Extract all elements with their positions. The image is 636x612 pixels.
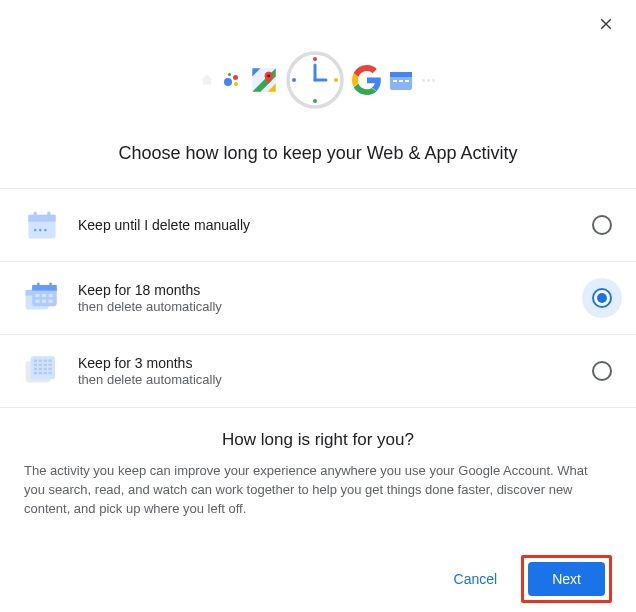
option-subtitle: then delete automatically	[78, 372, 574, 387]
assistant-icon	[222, 70, 242, 90]
svg-rect-29	[49, 282, 51, 287]
close-icon	[597, 15, 615, 33]
option-title: Keep for 18 months	[78, 282, 574, 298]
footer-title: How long is right for you?	[24, 430, 612, 450]
svg-point-5	[334, 78, 338, 82]
hero-section: Choose how long to keep your Web & App A…	[0, 0, 636, 188]
clock-icon	[286, 51, 344, 109]
svg-rect-42	[34, 364, 37, 366]
svg-point-22	[39, 229, 42, 232]
svg-rect-16	[28, 215, 55, 222]
svg-rect-33	[35, 300, 39, 303]
svg-rect-28	[37, 282, 39, 287]
svg-point-7	[292, 78, 296, 82]
svg-rect-43	[39, 364, 42, 366]
option-title: Keep until I delete manually	[78, 217, 574, 233]
svg-rect-38	[34, 360, 37, 362]
radio-button[interactable]	[592, 215, 612, 235]
google-g-icon	[352, 65, 382, 95]
svg-rect-35	[49, 300, 53, 303]
auto-delete-dialog: Choose how long to keep your Web & App A…	[0, 0, 636, 612]
svg-rect-39	[39, 360, 42, 362]
radio-button[interactable]	[592, 288, 612, 308]
svg-rect-11	[390, 72, 412, 77]
svg-rect-51	[39, 372, 42, 374]
svg-rect-45	[49, 364, 52, 366]
svg-point-23	[44, 229, 47, 232]
svg-rect-48	[44, 368, 47, 370]
svg-rect-47	[39, 368, 42, 370]
next-button[interactable]: Next	[528, 562, 605, 596]
svg-rect-32	[49, 294, 53, 297]
svg-rect-44	[44, 364, 47, 366]
footer-info: How long is right for you? The activity …	[0, 408, 636, 539]
svg-rect-49	[49, 368, 52, 370]
svg-rect-50	[34, 372, 37, 374]
calendar-grid-icon	[24, 353, 60, 389]
calendar-small-icon	[390, 70, 412, 90]
close-button[interactable]	[594, 12, 618, 36]
svg-rect-12	[393, 80, 397, 82]
calendar-stack-icon	[24, 280, 60, 316]
footer-body: The activity you keep can improve your e…	[24, 462, 612, 519]
next-button-highlight: Next	[521, 555, 612, 603]
maps-icon	[250, 66, 278, 94]
svg-rect-46	[34, 368, 37, 370]
dialog-title: Choose how long to keep your Web & App A…	[0, 143, 636, 164]
svg-rect-13	[399, 80, 403, 82]
svg-point-2	[267, 74, 270, 77]
cancel-button[interactable]: Cancel	[438, 563, 514, 595]
options-list: Keep until I delete manually Keep for 18…	[0, 188, 636, 408]
svg-rect-52	[44, 372, 47, 374]
option-subtitle: then delete automatically	[78, 299, 574, 314]
svg-rect-40	[44, 360, 47, 362]
dialog-actions: Cancel Next	[0, 539, 636, 612]
calendar-dots-icon	[24, 207, 60, 243]
svg-rect-31	[42, 294, 46, 297]
svg-point-6	[313, 99, 317, 103]
tag-icon	[200, 73, 214, 87]
dots-icon	[420, 77, 436, 83]
svg-point-4	[313, 57, 317, 61]
option-keep-18-months[interactable]: Keep for 18 months then delete automatic…	[0, 262, 636, 335]
svg-rect-41	[49, 360, 52, 362]
svg-point-21	[34, 229, 37, 232]
hero-icons	[0, 45, 636, 115]
svg-rect-34	[42, 300, 46, 303]
svg-rect-53	[49, 372, 52, 374]
radio-button[interactable]	[592, 361, 612, 381]
svg-rect-14	[405, 80, 409, 82]
option-title: Keep for 3 months	[78, 355, 574, 371]
svg-rect-30	[35, 294, 39, 297]
svg-rect-20	[47, 213, 50, 218]
svg-rect-19	[34, 213, 37, 218]
option-keep-manual[interactable]: Keep until I delete manually	[0, 189, 636, 262]
option-keep-3-months[interactable]: Keep for 3 months then delete automatica…	[0, 335, 636, 408]
svg-rect-27	[32, 285, 57, 291]
